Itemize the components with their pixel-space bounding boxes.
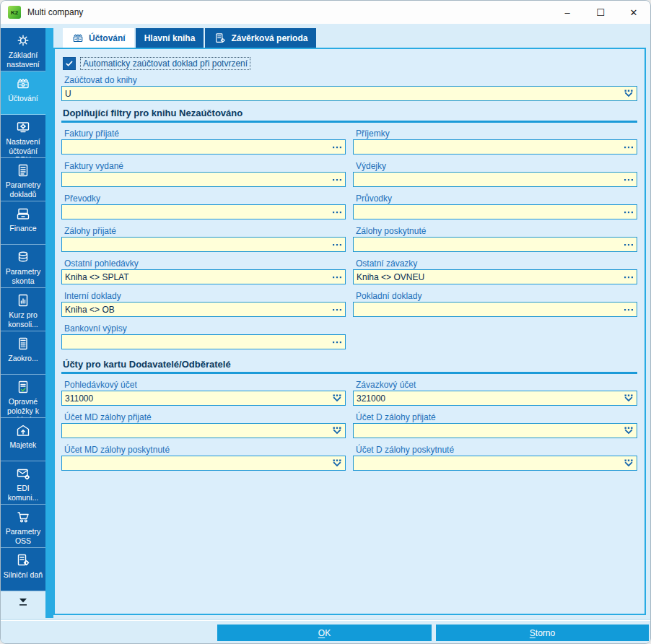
filter-field: Příjemky	[353, 129, 637, 155]
filter-input[interactable]	[354, 238, 621, 251]
sidebar-item[interactable]: Opravné položky k pohled...	[1, 375, 45, 418]
gear-icon	[15, 32, 31, 48]
sidebar-item[interactable]: EDI komuni...	[1, 461, 45, 505]
auto-post-checkbox-label[interactable]: Automaticky zaúčtovat doklad při potvrze…	[81, 58, 250, 69]
window-title: Multi company	[27, 7, 83, 17]
settings-sidebar: Základní nastavení Účtování Nastavení úč…	[1, 28, 45, 591]
sidebar-item-label: Parametry OSS	[1, 527, 45, 545]
sidebar-item[interactable]: Parametry OSS	[1, 505, 45, 548]
filter-input[interactable]	[62, 271, 329, 283]
filter-field: Pokladní doklady	[353, 291, 637, 317]
coins-icon	[15, 249, 31, 265]
filter-field-label: Zálohy poskytnuté	[356, 226, 637, 236]
sidebar-item-label: EDI komuni...	[1, 484, 45, 502]
sidebar-item-label: Majetek	[9, 440, 38, 450]
ellipsis-picker-icon[interactable]	[329, 238, 345, 251]
filter-input-box	[353, 204, 637, 219]
sidebar-item-label: Kurz pro konsoli...	[1, 310, 45, 328]
sidebar-item[interactable]: Zaokro...	[1, 331, 45, 375]
maximize-button[interactable]: ☐	[584, 1, 617, 24]
dropdown-icon[interactable]	[621, 391, 637, 405]
cart-icon	[15, 509, 31, 525]
sidebar-item[interactable]: Finance	[1, 201, 45, 245]
filter-input[interactable]	[354, 141, 621, 153]
account-input[interactable]	[354, 425, 621, 437]
tab[interactable]: Hlavní kniha	[136, 28, 204, 48]
chevron-down-icon	[17, 597, 29, 610]
ellipsis-picker-icon[interactable]	[621, 140, 637, 154]
sidebar-item[interactable]: Kurz pro konsoli...	[1, 288, 45, 331]
account-input[interactable]	[62, 425, 329, 437]
filter-input[interactable]	[354, 173, 621, 186]
dropdown-icon[interactable]	[329, 456, 345, 470]
filter-input[interactable]	[62, 303, 329, 316]
ellipsis-picker-icon[interactable]	[621, 173, 637, 186]
sidebar-item[interactable]: Parametry skonta	[1, 245, 45, 288]
doc-check-icon	[15, 379, 31, 395]
filter-input-box	[61, 302, 346, 317]
tab[interactable]: Účtování	[63, 28, 134, 48]
sidebar-item[interactable]: Parametry dokladů samov...	[1, 158, 45, 201]
book-input[interactable]	[62, 87, 621, 100]
ellipsis-picker-icon[interactable]	[329, 173, 345, 186]
filter-input[interactable]	[62, 336, 329, 348]
account-input[interactable]	[354, 457, 621, 469]
filter-input[interactable]	[62, 141, 329, 153]
calculator-icon	[15, 336, 31, 352]
ellipsis-picker-icon[interactable]	[329, 205, 345, 219]
dropdown-icon[interactable]	[621, 456, 637, 470]
account-input-box	[61, 456, 346, 471]
storno-button[interactable]: Storno	[436, 625, 649, 641]
sidebar-scroll-more-button[interactable]	[1, 596, 45, 612]
tab-label: Účtování	[89, 33, 126, 43]
filter-input-box	[61, 139, 346, 155]
filter-input[interactable]	[354, 206, 621, 218]
account-input-box	[353, 423, 637, 438]
filters-grid: Faktury přijaté Příjemky	[61, 129, 637, 356]
account-input-box	[353, 391, 637, 406]
ellipsis-picker-icon[interactable]	[621, 270, 637, 284]
ellipsis-picker-icon[interactable]	[329, 140, 345, 154]
multi-company-window: K2 Multi company – ☐ ✕ Základní nastaven…	[0, 0, 651, 644]
sidebar-item[interactable]: Majetek	[1, 418, 45, 461]
account-field-label: Závazkový účet	[356, 380, 637, 390]
account-input[interactable]	[62, 392, 329, 404]
account-field-label: Účet MD zálohy poskytnuté	[64, 445, 346, 455]
filter-input[interactable]	[62, 238, 329, 251]
sidebar-item[interactable]: Nastavení účtování DPH	[1, 115, 45, 158]
filter-field: Zálohy poskytnuté	[353, 226, 637, 252]
account-input[interactable]	[62, 457, 329, 469]
ellipsis-picker-icon[interactable]	[621, 205, 637, 219]
sidebar-item[interactable]: Silniční daň	[1, 548, 45, 591]
filter-field-label: Bankovní výpisy	[64, 323, 346, 334]
tab[interactable]: Závěrková perioda	[205, 28, 316, 48]
ellipsis-picker-icon[interactable]	[621, 238, 637, 251]
ellipsis-picker-icon[interactable]	[329, 335, 345, 349]
dropdown-icon[interactable]	[329, 424, 345, 438]
auto-post-checkbox[interactable]	[63, 57, 76, 70]
filter-input-box	[61, 269, 346, 284]
minimize-button[interactable]: –	[551, 1, 584, 24]
filter-input[interactable]	[62, 206, 329, 218]
sidebar-item[interactable]: Účtování	[1, 71, 45, 115]
account-field: Závazkový účet	[353, 380, 637, 406]
sidebar-item[interactable]: Základní nastavení	[1, 28, 45, 71]
close-button[interactable]: ✕	[617, 1, 650, 24]
filter-input[interactable]	[354, 271, 621, 283]
filter-field-label: Příjemky	[356, 129, 637, 139]
dropdown-icon[interactable]	[621, 87, 637, 100]
filter-field: Interní doklady	[61, 291, 346, 317]
doc-lines-icon	[15, 162, 31, 178]
dropdown-icon[interactable]	[621, 424, 637, 438]
account-input[interactable]	[354, 392, 621, 404]
ellipsis-picker-icon[interactable]	[329, 270, 345, 284]
doc-chart-icon	[15, 292, 31, 308]
dropdown-icon[interactable]	[329, 391, 345, 405]
ok-button[interactable]: OK	[217, 625, 432, 641]
filter-input[interactable]	[62, 173, 329, 186]
ellipsis-picker-icon[interactable]	[329, 303, 345, 316]
ellipsis-picker-icon[interactable]	[621, 303, 637, 316]
filter-field-label: Převodky	[64, 193, 346, 204]
filter-input[interactable]	[354, 303, 621, 316]
envelope-gear-icon	[15, 466, 31, 482]
